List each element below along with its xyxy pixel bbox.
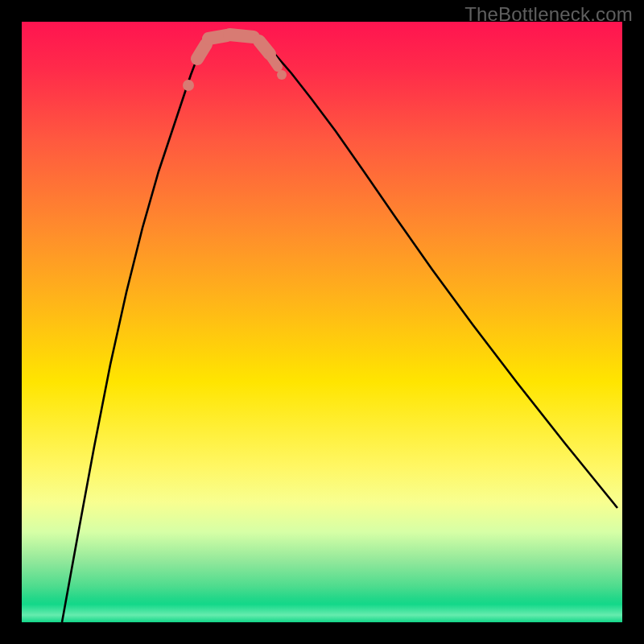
right-cap-1	[259, 41, 270, 54]
chart-frame: TheBottleneck.com	[0, 0, 644, 644]
left-upper-dot	[183, 80, 194, 91]
watermark-text: TheBottleneck.com	[464, 3, 633, 26]
bottleneck-curve	[62, 35, 617, 622]
plot-area	[22, 22, 622, 622]
right-upper-dot	[277, 70, 287, 80]
curve-svg	[22, 22, 622, 622]
right-upper-thin	[270, 56, 278, 67]
curve-markers	[183, 35, 287, 91]
left-cap-1	[197, 44, 206, 59]
bottom-cap-2	[229, 35, 254, 37]
